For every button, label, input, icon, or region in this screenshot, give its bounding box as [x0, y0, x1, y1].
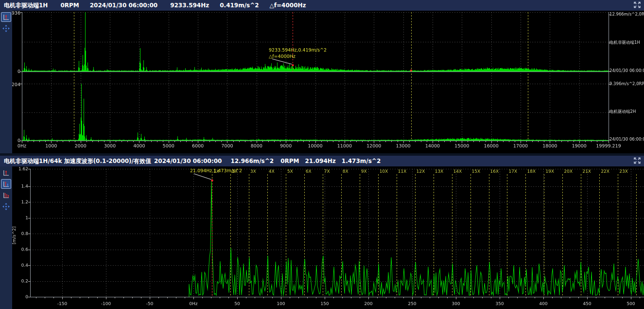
spectrum-rpm: 0RPM	[60, 2, 79, 9]
spectrum-cursor-amp: 0.419m/s^2	[220, 2, 259, 9]
spectrum-single-cursor-icon	[2, 14, 10, 21]
spectrum-right-labels: 12.966m/s^2,0RPM 电机非驱动端1H 24/01/30 06:00…	[609, 11, 644, 153]
spectrum-cursor-freq: 9233.594Hz	[170, 2, 209, 9]
waveform-cursor-freq: 21.094Hz	[305, 158, 336, 164]
spectrum-a-peak-label: 12.966m/s^2,0RPM	[609, 12, 644, 17]
pan-tool-button[interactable]	[1, 23, 11, 33]
waveform-cursor-amp: 1.473m/s^2	[342, 158, 381, 164]
double-cursor-tool-button[interactable]	[1, 179, 11, 189]
expand-icon	[633, 1, 641, 8]
four-way-move-icon	[2, 202, 10, 211]
spectrum-expand-button[interactable]	[633, 1, 642, 9]
spectrum-toolbar	[0, 11, 12, 153]
spectrum-plot-canvas[interactable]	[12, 11, 644, 153]
waveform-datetime: 2024/01/30 06:00:00	[154, 158, 222, 164]
spectrum-delta-f: △f=4000Hz	[270, 2, 306, 9]
expand-icon	[633, 157, 641, 164]
spectrum-harmonic-cursor-icon	[2, 192, 10, 199]
vibration-analysis-window: 电机非驱动端1H 0RPM 2024/01/30 06:00:00 9233.5…	[0, 0, 644, 309]
spectrum-b-channel-label: 电机驱动端2H	[609, 109, 636, 115]
waveform-titlebar: 电机非驱动端1H/64k 加速度波形(0.1-20000)/有效值 2024/0…	[0, 156, 644, 166]
waveform-title: 电机非驱动端1H/64k 加速度波形(0.1-20000)/有效值	[4, 157, 151, 165]
harmonic-cursor-tool-button[interactable]	[1, 190, 11, 200]
spectrum-double-cursor-icon	[2, 181, 10, 188]
spectrum-a-time-label: 24/01/30 06:00:00	[609, 68, 644, 73]
spectrum-a-channel-label: 电机非驱动端1H	[609, 40, 640, 46]
spectrum-b-time-label: 24/01/30 06:00:00	[609, 137, 644, 142]
waveform-rpm: 0RPM	[280, 158, 299, 164]
spectrum-titlebar: 电机非驱动端1H 0RPM 2024/01/30 06:00:00 9233.5…	[0, 0, 644, 11]
waveform-plot-canvas[interactable]	[12, 166, 644, 309]
pan-tool-button[interactable]	[1, 201, 11, 211]
spectrum-title: 电机非驱动端1H	[4, 1, 48, 10]
waveform-rms: 12.966m/s^2	[230, 158, 274, 164]
waveform-y-axis-label: [m/s^2]	[12, 226, 17, 244]
waveform-toolbar	[0, 166, 12, 309]
spectrum-datetime: 2024/01/30 06:00:00	[90, 2, 157, 9]
single-cursor-tool-button[interactable]	[1, 168, 11, 178]
spectrum-single-cursor-icon	[2, 169, 10, 177]
spectrum-b-peak-label: 9.396m/s^2,0RPM	[609, 81, 644, 86]
four-way-move-icon	[2, 24, 10, 33]
single-cursor-tool-button[interactable]	[1, 12, 11, 22]
waveform-expand-button[interactable]	[633, 157, 642, 165]
